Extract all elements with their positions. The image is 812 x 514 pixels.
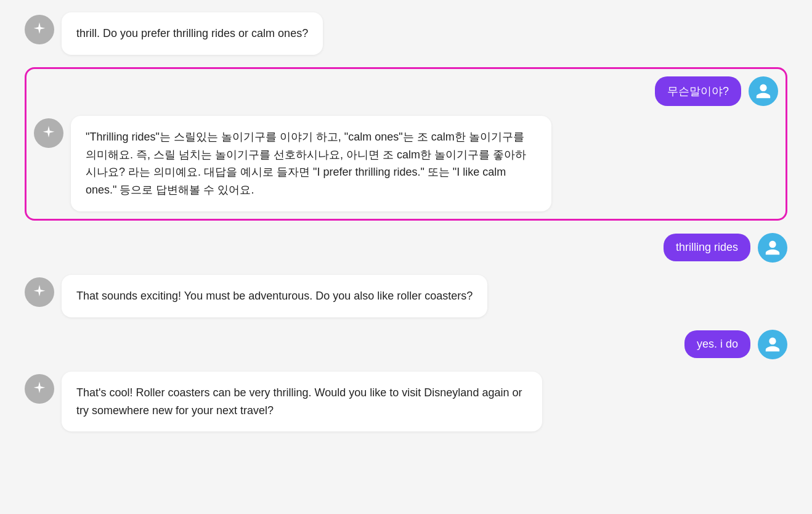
user-bubble-museun: 무슨말이야?	[655, 76, 741, 106]
user-avatar-thrilling	[758, 233, 787, 263]
user-avatar-yes	[758, 330, 787, 359]
user-message-thrilling: thrilling rides	[25, 233, 787, 263]
bot-avatar-exciting	[25, 277, 54, 307]
bot-bubble-partial: thrill. Do you prefer thrilling rides or…	[62, 12, 323, 55]
bot-message-rollercoaster: That's cool! Roller coasters can be very…	[25, 372, 787, 432]
bot-bubble-explanation: "Thrilling rides"는 스릴있는 놀이기구를 이야기 하고, "c…	[71, 116, 551, 211]
bot-message-exciting: That sounds exciting! You must be advent…	[25, 275, 787, 317]
user-avatar-museun	[749, 76, 778, 106]
user-bubble-yes: yes. i do	[684, 330, 750, 358]
bot-message-explanation: "Thrilling rides"는 스릴있는 놀이기구를 이야기 하고, "c…	[34, 116, 778, 211]
bot-avatar-explanation	[34, 118, 63, 148]
highlight-block: 무슨말이야? "Thrilling rides"는 스릴있는 놀이기구를 이야기…	[25, 67, 787, 221]
bot-avatar	[25, 15, 54, 44]
chat-container: thrill. Do you prefer thrilling rides or…	[0, 0, 812, 444]
bot-bubble-rollercoaster: That's cool! Roller coasters can be very…	[62, 372, 542, 432]
user-bubble-thrilling: thrilling rides	[664, 234, 750, 261]
bot-bubble-exciting: That sounds exciting! You must be advent…	[62, 275, 487, 317]
user-message-museun: 무슨말이야?	[34, 76, 778, 106]
bot-avatar-rollercoaster	[25, 374, 54, 404]
user-message-yes: yes. i do	[25, 330, 787, 359]
message-top-partial: thrill. Do you prefer thrilling rides or…	[25, 12, 787, 55]
